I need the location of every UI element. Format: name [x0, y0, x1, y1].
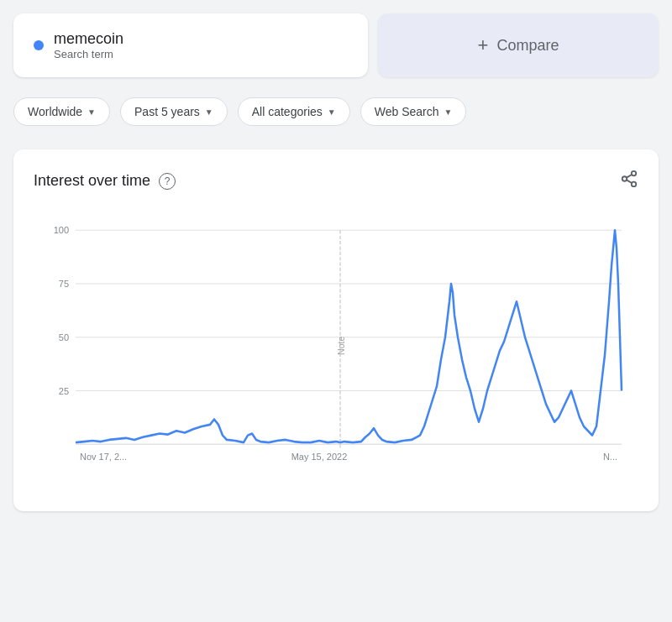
- filter-websearch-label: Web Search: [375, 105, 439, 118]
- svg-text:N...: N...: [603, 452, 617, 462]
- chart-svg: 100 75 50 25 Note Nov 17, 2... May 15, 2…: [34, 212, 638, 498]
- compare-label: Compare: [496, 37, 559, 55]
- chart-title-row: Interest over time ?: [34, 172, 176, 190]
- allcategories-dropdown-icon: ▼: [328, 107, 336, 117]
- chart-title: Interest over time: [34, 172, 150, 190]
- svg-text:Note: Note: [337, 336, 346, 355]
- compare-plus-icon: +: [478, 34, 489, 56]
- past5years-dropdown-icon: ▼: [205, 107, 213, 117]
- svg-text:25: 25: [59, 385, 69, 395]
- compare-button[interactable]: + Compare: [378, 13, 659, 77]
- worldwide-dropdown-icon: ▼: [87, 107, 96, 117]
- svg-text:May 15, 2022: May 15, 2022: [291, 452, 348, 462]
- search-term-label: Search term: [54, 48, 123, 60]
- share-icon[interactable]: [620, 170, 638, 192]
- search-term-text: memecoin Search term: [54, 30, 123, 60]
- search-term-dot: [34, 40, 44, 50]
- filter-past5years-label: Past 5 years: [134, 105, 200, 118]
- search-term-name: memecoin: [54, 30, 123, 48]
- chart-area: 100 75 50 25 Note Nov 17, 2... May 15, 2…: [34, 212, 638, 498]
- svg-line-3: [627, 180, 632, 183]
- help-icon[interactable]: ?: [159, 173, 176, 190]
- chart-header: Interest over time ?: [34, 170, 638, 192]
- filter-allcategories[interactable]: All categories ▼: [238, 97, 350, 126]
- svg-text:50: 50: [59, 332, 69, 342]
- filter-websearch[interactable]: Web Search ▼: [360, 97, 467, 126]
- svg-line-4: [627, 175, 632, 178]
- search-term-card: memecoin Search term: [13, 13, 368, 77]
- filter-allcategories-label: All categories: [252, 105, 323, 118]
- svg-text:75: 75: [59, 279, 69, 289]
- filter-worldwide[interactable]: Worldwide ▼: [13, 97, 110, 126]
- svg-text:Nov 17, 2...: Nov 17, 2...: [80, 452, 127, 462]
- filter-worldwide-label: Worldwide: [28, 105, 82, 118]
- top-section: memecoin Search term + Compare: [13, 13, 659, 77]
- svg-text:100: 100: [54, 225, 69, 235]
- chart-card: Interest over time ? 100: [13, 149, 659, 511]
- websearch-dropdown-icon: ▼: [444, 107, 452, 117]
- filter-bar: Worldwide ▼ Past 5 years ▼ All categorie…: [13, 91, 659, 133]
- filter-past5years[interactable]: Past 5 years ▼: [120, 97, 228, 126]
